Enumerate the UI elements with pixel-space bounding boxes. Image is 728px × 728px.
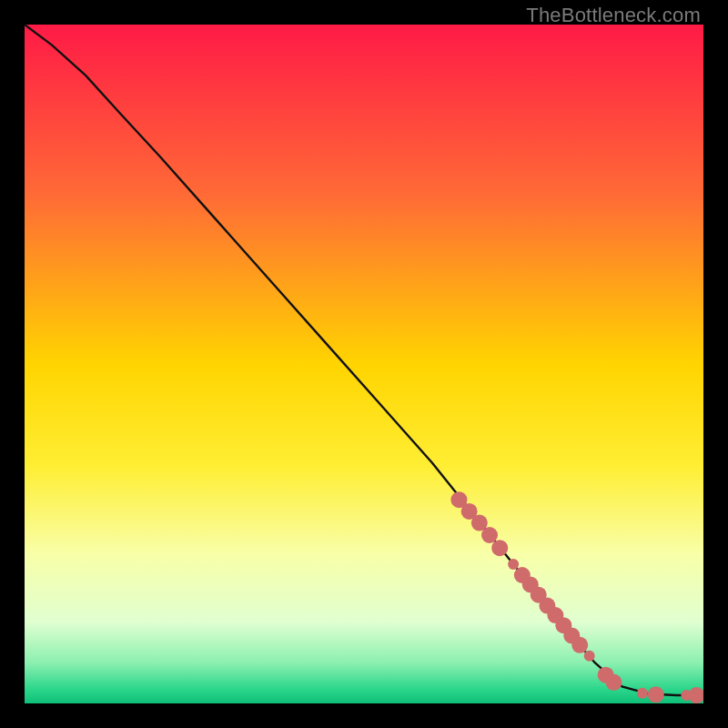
marker-dot (648, 686, 664, 703)
watermark-text: TheBottleneck.com (526, 4, 701, 27)
highlight-dots (450, 491, 703, 703)
marker-dot (571, 637, 588, 653)
bottleneck-curve (25, 25, 703, 695)
marker-dot (637, 688, 648, 699)
marker-dot (491, 540, 508, 556)
marker-dot (584, 651, 595, 662)
marker-dot (508, 559, 519, 570)
curve-layer (25, 25, 703, 703)
plot-area (25, 25, 703, 703)
chart-stage: TheBottleneck.com (0, 0, 728, 728)
marker-dot (606, 674, 622, 691)
marker-dot (481, 527, 498, 543)
marker-dot (689, 687, 703, 703)
